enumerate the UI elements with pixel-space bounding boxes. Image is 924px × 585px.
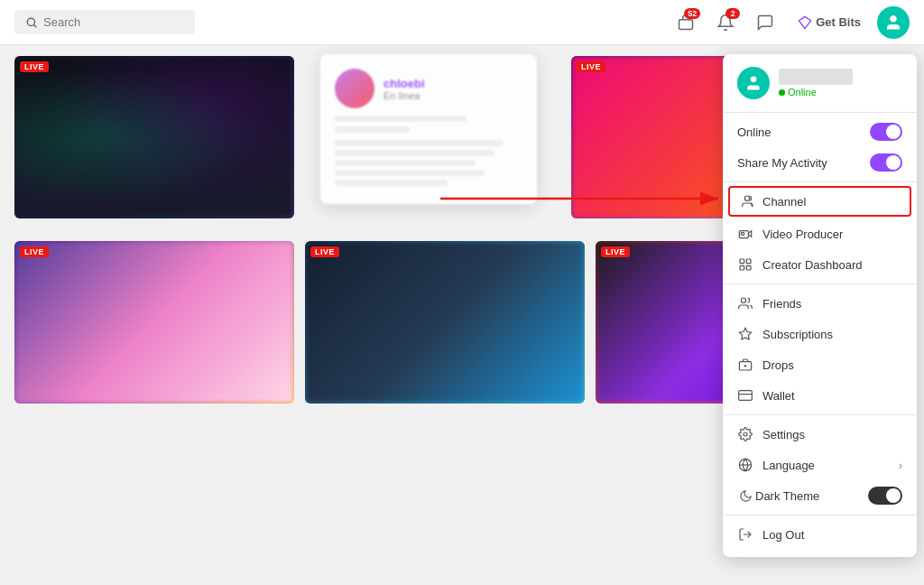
svg-point-8 xyxy=(744,196,749,200)
user-popup-card: chloebi En línea xyxy=(320,54,537,204)
channel-label: Channel xyxy=(762,195,901,209)
dark-theme-knob xyxy=(886,488,901,503)
wallet-icon xyxy=(737,387,753,404)
dark-theme-toggle-row[interactable]: Dark Theme xyxy=(723,480,917,511)
menu-status: Online xyxy=(779,87,853,98)
thumbnail-1[interactable]: LIVE xyxy=(14,56,294,218)
arrow-indicator xyxy=(440,188,729,210)
popup-avatar xyxy=(335,69,374,108)
share-activity-toggle-row[interactable]: Share My Activity xyxy=(723,147,917,178)
chat-icon xyxy=(756,14,774,32)
profile-user-icon xyxy=(744,74,762,92)
menu-divider-5 xyxy=(723,515,917,515)
svg-rect-14 xyxy=(746,265,751,270)
online-toggle-row[interactable]: Online xyxy=(723,116,917,147)
svg-marker-3 xyxy=(799,16,810,28)
popup-username: chloebi xyxy=(383,77,425,90)
live-badge-2: LIVE xyxy=(577,61,605,72)
user-dropdown-menu: user123 Online Online Share My Activity xyxy=(723,54,917,557)
dark-theme-label: Dark Theme xyxy=(755,489,868,503)
top-navigation: 52 2 Get Bits xyxy=(0,0,924,45)
settings-icon xyxy=(737,426,753,442)
dark-theme-switch[interactable] xyxy=(868,487,902,505)
live-badge-5: LIVE xyxy=(601,246,630,257)
video-producer-menu-item[interactable]: Video Producer xyxy=(723,218,917,249)
dark-theme-icon xyxy=(737,488,753,504)
prime-gaming-button[interactable]: 52 xyxy=(670,6,702,39)
creator-dashboard-label: Creator Dashboard xyxy=(762,258,902,272)
popup-desc-5 xyxy=(335,180,448,186)
svg-rect-12 xyxy=(740,259,744,264)
popup-text-1 xyxy=(335,116,467,122)
main-content: LIVE chloebi En línea LIVE xyxy=(0,45,924,585)
channel-icon xyxy=(739,193,755,209)
get-bits-button[interactable]: Get Bits xyxy=(789,10,870,35)
share-activity-toggle[interactable] xyxy=(870,153,902,172)
notifications-badge: 2 xyxy=(725,8,740,19)
notifications-button[interactable]: 2 xyxy=(709,6,742,39)
language-icon xyxy=(737,457,753,473)
svg-point-7 xyxy=(751,77,757,83)
video-producer-icon xyxy=(737,226,753,242)
user-icon xyxy=(884,14,902,32)
subscriptions-menu-item[interactable]: Subscriptions xyxy=(723,319,917,349)
friends-menu-item[interactable]: Friends xyxy=(723,288,917,319)
creator-dashboard-menu-item[interactable]: Creator Dashboard xyxy=(723,249,917,280)
wallet-label: Wallet xyxy=(762,389,902,403)
svg-point-0 xyxy=(27,18,34,25)
thumbnail-3[interactable]: LIVE xyxy=(14,241,294,404)
creator-dashboard-icon xyxy=(737,256,753,273)
status-label: Online xyxy=(788,87,817,98)
friends-label: Friends xyxy=(762,297,902,311)
popup-subtitle: En línea xyxy=(383,90,425,101)
log-out-label: Log Out xyxy=(762,528,902,542)
status-indicator xyxy=(779,89,785,96)
svg-rect-15 xyxy=(740,265,744,270)
svg-rect-13 xyxy=(746,259,751,264)
online-toggle-knob xyxy=(886,125,901,139)
chat-button[interactable] xyxy=(749,6,781,39)
drops-label: Drops xyxy=(762,358,902,372)
popup-user-row: chloebi En línea xyxy=(335,69,522,108)
live-badge-4: LIVE xyxy=(310,246,339,257)
wallet-menu-item[interactable]: Wallet xyxy=(723,380,917,411)
menu-username: user123 xyxy=(779,69,853,85)
menu-divider-2 xyxy=(723,181,917,182)
svg-rect-11 xyxy=(741,233,744,236)
menu-divider-3 xyxy=(723,283,917,284)
popup-desc-2 xyxy=(335,150,494,156)
svg-point-23 xyxy=(744,432,747,436)
drops-menu-item[interactable]: Drops xyxy=(723,349,917,380)
svg-point-16 xyxy=(741,298,745,302)
share-activity-knob xyxy=(886,155,901,170)
menu-profile-avatar xyxy=(737,67,770,99)
settings-menu-item[interactable]: Settings xyxy=(723,419,917,450)
svg-point-4 xyxy=(891,15,897,22)
menu-divider-4 xyxy=(723,414,917,415)
log-out-icon xyxy=(737,526,753,543)
online-label: Online xyxy=(737,125,772,139)
share-activity-label: Share My Activity xyxy=(737,156,827,170)
svg-rect-21 xyxy=(739,391,753,401)
get-bits-label: Get Bits xyxy=(816,15,861,29)
log-out-menu-item[interactable]: Log Out xyxy=(723,519,917,550)
prime-badge: 52 xyxy=(684,8,700,19)
language-label: Language xyxy=(762,459,890,472)
popup-desc-3 xyxy=(335,160,476,166)
online-toggle[interactable] xyxy=(870,123,902,141)
language-menu-item[interactable]: Language › xyxy=(723,450,917,480)
thumbnail-4[interactable]: LIVE xyxy=(305,241,585,404)
live-badge-1: LIVE xyxy=(20,61,49,72)
channel-menu-item[interactable]: Channel xyxy=(728,186,911,217)
user-avatar-button[interactable] xyxy=(877,6,910,39)
settings-label: Settings xyxy=(762,428,902,441)
search-bar[interactable] xyxy=(14,10,195,34)
friends-icon xyxy=(737,295,753,311)
live-badge-3: LIVE xyxy=(20,246,49,257)
popup-desc-1 xyxy=(335,140,504,146)
search-input[interactable] xyxy=(43,15,184,29)
svg-rect-2 xyxy=(679,19,693,29)
menu-profile-info: user123 Online xyxy=(779,69,853,98)
svg-line-1 xyxy=(34,24,37,27)
svg-marker-17 xyxy=(739,328,751,339)
